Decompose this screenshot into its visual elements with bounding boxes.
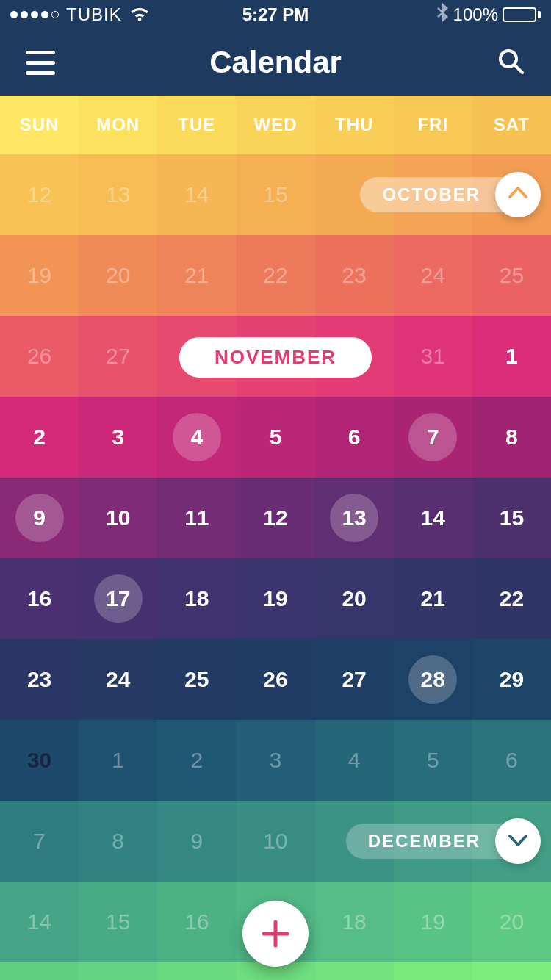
calendar-day-cell[interactable]: 7 <box>394 397 472 478</box>
calendar-day-cell[interactable]: 24 <box>394 235 472 316</box>
day-number: 24 <box>421 263 445 288</box>
calendar-day-cell[interactable]: 17 <box>79 558 157 639</box>
day-number: 25 <box>500 263 524 288</box>
page-title: Calendar <box>209 45 342 80</box>
status-bar: TUBIK 5:27 PM 100% <box>0 0 551 29</box>
calendar-day-cell[interactable]: 6 <box>472 720 551 801</box>
search-icon <box>496 46 525 79</box>
calendar-day-cell[interactable]: 9 <box>0 478 79 558</box>
calendar-day-cell[interactable]: 24 <box>79 639 157 720</box>
day-number: 21 <box>421 586 445 611</box>
chevron-down-icon <box>507 829 529 854</box>
calendar-day-cell[interactable]: 15 <box>236 154 314 235</box>
day-number: 14 <box>421 505 445 530</box>
calendar-day-cell[interactable]: 20 <box>472 882 551 962</box>
day-number: 4 <box>348 748 361 773</box>
dow-cell: SAT <box>472 96 551 154</box>
calendar-day-cell[interactable]: 4 <box>157 397 236 478</box>
calendar-day-cell[interactable]: 27 <box>315 639 394 720</box>
calendar-day-cell[interactable]: 14 <box>394 478 472 558</box>
scroll-down-button[interactable] <box>495 818 541 864</box>
day-number: 7 <box>427 425 439 450</box>
calendar-day-cell[interactable]: 8 <box>472 397 551 478</box>
calendar-day-cell[interactable]: 22 <box>472 558 551 639</box>
calendar-day-cell[interactable]: 20 <box>315 558 394 639</box>
calendar-day-cell[interactable]: 4 <box>315 720 394 801</box>
day-number: 2 <box>33 425 46 450</box>
day-number: 13 <box>342 505 366 530</box>
day-number: 20 <box>106 263 130 288</box>
calendar-day-cell[interactable]: 23 <box>0 639 79 720</box>
calendar-day-cell[interactable]: 11 <box>157 478 236 558</box>
calendar-day-cell[interactable]: 29 <box>472 639 551 720</box>
calendar-day-cell[interactable]: 26 <box>236 639 314 720</box>
day-number: 8 <box>505 425 518 450</box>
search-button[interactable] <box>492 44 529 81</box>
dow-cell: THU <box>315 96 394 154</box>
dow-cell: WED <box>236 96 314 154</box>
day-number: 18 <box>184 586 209 611</box>
calendar-day-cell[interactable]: 5 <box>236 397 314 478</box>
calendar-day-cell[interactable]: 1 <box>79 720 157 801</box>
svg-line-1 <box>515 65 522 73</box>
calendar-day-cell[interactable]: 12 <box>236 478 314 558</box>
calendar-day-cell[interactable]: 10 <box>79 478 157 558</box>
scroll-up-button[interactable] <box>495 172 541 217</box>
day-number: 23 <box>342 263 366 288</box>
calendar-day-cell[interactable]: 19 <box>236 558 314 639</box>
calendar-day-cell[interactable]: 19 <box>394 882 472 962</box>
day-number: 24 <box>106 667 130 692</box>
calendar-day-cell[interactable]: 25 <box>472 235 551 316</box>
calendar-day-cell[interactable]: 12 <box>0 154 79 235</box>
calendar-day-cell[interactable]: 14 <box>157 154 236 235</box>
calendar-day-cell[interactable]: 3 <box>79 397 157 478</box>
calendar-day-cell[interactable]: 25 <box>157 639 236 720</box>
calendar-day-cell[interactable]: 23 <box>315 235 394 316</box>
calendar-day-cell[interactable]: 21 <box>394 558 472 639</box>
calendar-day-cell[interactable]: 20 <box>79 235 157 316</box>
calendar-day-cell[interactable]: 18 <box>315 882 394 962</box>
calendar-day-cell[interactable]: 7 <box>0 801 79 882</box>
calendar-week-row: 30123456 <box>0 720 551 801</box>
day-number: 14 <box>27 909 51 934</box>
calendar-day-cell[interactable]: 28 <box>394 639 472 720</box>
calendar-day-cell[interactable]: 22 <box>236 235 314 316</box>
day-number: 12 <box>263 505 287 530</box>
day-number: 14 <box>184 182 209 207</box>
wifi-icon <box>129 7 150 23</box>
day-number: 10 <box>106 505 130 530</box>
menu-button[interactable] <box>22 44 59 81</box>
day-number: 21 <box>184 263 209 288</box>
calendar-grid[interactable]: OCTOBER NOVEMBER DECEMBER 12131415192021… <box>0 154 551 962</box>
calendar-day-cell[interactable]: 13 <box>79 154 157 235</box>
chevron-up-icon <box>507 182 529 207</box>
calendar-day-cell[interactable]: 16 <box>157 882 236 962</box>
current-month-pill[interactable]: NOVEMBER <box>179 337 372 378</box>
calendar-day-cell[interactable]: 13 <box>315 478 394 558</box>
status-left: TUBIK <box>10 4 150 25</box>
calendar-day-cell[interactable]: 19 <box>0 235 79 316</box>
calendar-day-cell[interactable]: 2 <box>0 397 79 478</box>
nav-bar: Calendar <box>0 29 551 96</box>
day-number: 15 <box>106 909 130 934</box>
calendar-day-cell[interactable]: 14 <box>0 882 79 962</box>
add-event-button[interactable] <box>242 901 309 967</box>
calendar-day-cell[interactable]: 3 <box>236 720 314 801</box>
calendar-day-cell[interactable]: 15 <box>79 882 157 962</box>
calendar-day-cell[interactable]: 16 <box>0 558 79 639</box>
calendar-day-cell[interactable]: 2 <box>157 720 236 801</box>
calendar-day-cell[interactable]: 15 <box>472 478 551 558</box>
day-number: 5 <box>427 748 439 773</box>
status-right: 100% <box>437 3 541 26</box>
calendar-day-cell[interactable]: 5 <box>394 720 472 801</box>
calendar-day-cell[interactable]: 10 <box>236 801 314 882</box>
calendar-week-row: 2345678 <box>0 397 551 478</box>
calendar-day-cell[interactable]: 21 <box>157 235 236 316</box>
calendar-day-cell[interactable]: 18 <box>157 558 236 639</box>
day-number: 20 <box>342 586 366 611</box>
calendar-day-cell[interactable]: 30 <box>0 720 79 801</box>
calendar-day-cell[interactable]: 6 <box>315 397 394 478</box>
day-number: 1 <box>112 748 124 773</box>
calendar-day-cell[interactable]: 8 <box>79 801 157 882</box>
calendar-day-cell[interactable]: 9 <box>157 801 236 882</box>
